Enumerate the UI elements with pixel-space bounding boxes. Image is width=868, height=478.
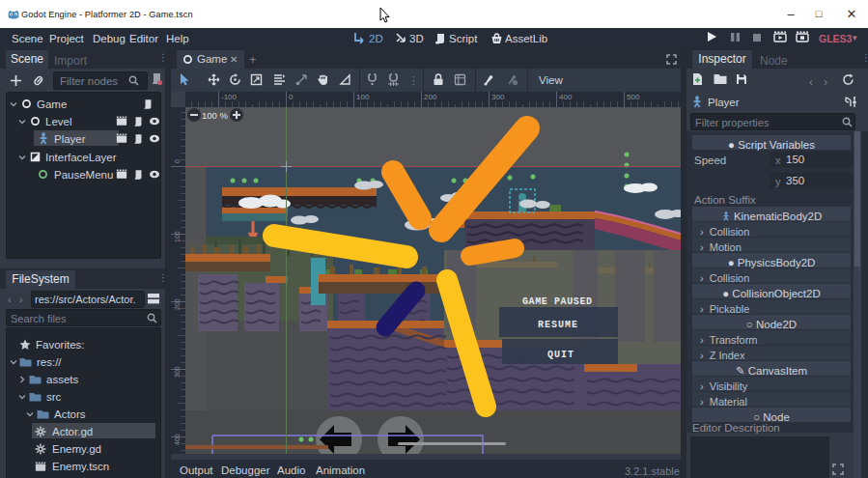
svg-text:QUIT: QUIT bbox=[547, 350, 574, 360]
svg-text:300: 300 bbox=[174, 366, 181, 378]
svg-text:200: 200 bbox=[424, 93, 437, 101]
svg-text:100: 100 bbox=[356, 93, 370, 101]
svg-text:400: 400 bbox=[559, 93, 573, 101]
svg-text:GAME PAUSED: GAME PAUSED bbox=[522, 296, 593, 307]
svg-text:500: 500 bbox=[627, 93, 640, 101]
svg-text:-100: -100 bbox=[221, 93, 238, 101]
svg-text:200: 200 bbox=[174, 298, 181, 310]
svg-text:0: 0 bbox=[289, 93, 294, 101]
svg-text:400: 400 bbox=[174, 434, 181, 445]
svg-text:100 %: 100 % bbox=[202, 110, 228, 121]
svg-text:100: 100 bbox=[174, 231, 181, 242]
svg-text:0: 0 bbox=[174, 159, 181, 163]
svg-text:RESUME: RESUME bbox=[538, 320, 578, 330]
svg-text:300: 300 bbox=[491, 93, 505, 101]
